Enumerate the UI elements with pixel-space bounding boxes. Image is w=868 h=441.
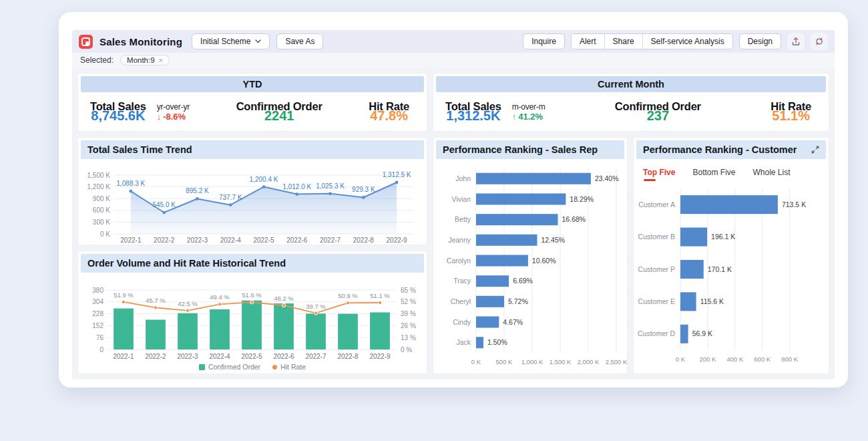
svg-text:52 %: 52 % [401, 298, 416, 305]
kpi-confirmed-order: Confirmed Order237 [615, 101, 701, 123]
toolbar-left: Sales Monitoring Initial Scheme Save As [79, 33, 516, 49]
svg-text:5.72%: 5.72% [508, 297, 528, 305]
svg-text:10.60%: 10.60% [532, 257, 556, 265]
svg-text:Tracy: Tracy [453, 277, 471, 285]
left-column: Total Sales Time Trend 1,500 K1,200 K900… [77, 137, 427, 374]
kpi-yr-over-yr: yr-over-yr↓-8.6% [157, 103, 190, 121]
kpi-value: ↓-8.6% [157, 112, 190, 121]
svg-text:1,025.3 K: 1,025.3 K [316, 182, 345, 190]
svg-text:170.1 K: 170.1 K [708, 265, 732, 273]
legend-swatch-hit-rate [272, 365, 277, 370]
chart-legend: Confirmed OrderHit Rate [78, 360, 427, 374]
svg-text:Betty: Betty [455, 215, 471, 223]
svg-text:1,500 K: 1,500 K [550, 358, 572, 365]
svg-text:26 %: 26 % [401, 322, 416, 329]
panel-title-text: Performance Ranking - Customer [643, 144, 797, 155]
chart-body-combo: 38030422815276065 %52 %39 %26 %13 %0 %20… [78, 275, 427, 360]
panel-title-customer-ranking: Performance Ranking - Customer [636, 140, 826, 159]
svg-text:Customer P: Customer P [638, 265, 675, 273]
svg-text:2022-2: 2022-2 [145, 353, 166, 360]
svg-text:895.2 K: 895.2 K [186, 187, 209, 194]
chart-body-customer: 0 K200 K400 K600 K800 KCustomer A713.5 K… [634, 183, 829, 366]
svg-text:2,500 K: 2,500 K [606, 358, 628, 365]
svg-text:49.4 %: 49.4 % [210, 293, 230, 301]
svg-text:300 K: 300 K [93, 218, 110, 226]
tab-bottom-five[interactable]: Bottom Five [692, 168, 735, 181]
expand-button[interactable] [811, 146, 819, 154]
svg-text:0 K: 0 K [471, 358, 481, 365]
svg-text:Customer A: Customer A [638, 200, 675, 208]
svg-text:2022-4: 2022-4 [209, 353, 230, 360]
customer-tabs: Top FiveBottom FiveWhole List [634, 162, 829, 183]
svg-text:380: 380 [92, 287, 103, 294]
alert-button[interactable]: Alert [572, 34, 604, 49]
svg-text:2022-7: 2022-7 [320, 237, 341, 244]
filter-chip-text: Month:9 [127, 56, 155, 64]
close-icon[interactable]: × [159, 56, 163, 64]
kpi-hit-rate: Hit Rate47.8% [369, 101, 409, 123]
svg-text:228: 228 [92, 310, 103, 317]
panel-title-text: Total Sales Time Trend [87, 144, 192, 155]
app-logo-icon [79, 35, 93, 49]
kpi-panel-ytd: YTDTotal Sales8,745.6Kyr-over-yr↓-8.6%Co… [77, 73, 427, 132]
kpi-delta-value: 41.2% [518, 112, 543, 121]
self-service-analysis-button[interactable]: Self-service Analysis [642, 34, 732, 49]
kpi-value: ↑41.2% [512, 112, 546, 121]
kpi-m-over-m: m-over-m↑41.2% [512, 103, 546, 121]
kpi-value: 1,312.5K [445, 109, 501, 122]
svg-text:51.1 %: 51.1 % [370, 292, 390, 299]
kpi-total-sales: Total Sales1,312.5K [445, 101, 501, 123]
inquire-button[interactable]: Inquire [523, 33, 565, 49]
svg-text:2022-3: 2022-3 [177, 353, 198, 360]
chart-body-line: 1,500 K1,200 K900 K600 K300 K0 K2022-120… [78, 162, 427, 245]
kpi-confirmed-order: Confirmed Order2241 [236, 101, 322, 123]
svg-text:0 K: 0 K [676, 355, 686, 363]
svg-text:51.9 %: 51.9 % [114, 291, 134, 299]
kpi-section-title: Current Month [436, 76, 826, 92]
svg-text:2022-1: 2022-1 [120, 237, 142, 244]
svg-text:Customer B: Customer B [638, 233, 675, 241]
svg-text:1.50%: 1.50% [487, 338, 507, 346]
svg-text:929.3 K: 929.3 K [352, 186, 375, 193]
svg-text:13 %: 13 % [401, 334, 416, 341]
kpi-delta-value: -8.6% [163, 112, 186, 121]
svg-text:56.9 K: 56.9 K [692, 329, 712, 337]
total-sales-trend-chart: 1,500 K1,200 K900 K600 K300 K0 K2022-120… [83, 163, 423, 245]
kpi-group: Total Sales8,745.6Kyr-over-yr↓-8.6% [90, 101, 190, 123]
legend-item-hit-rate: Hit Rate [272, 363, 306, 371]
svg-text:2022-1: 2022-1 [113, 353, 134, 360]
arrow-up-icon: ↑ [512, 112, 517, 121]
svg-text:45.7 %: 45.7 % [146, 297, 166, 304]
refresh-button[interactable] [811, 33, 828, 50]
svg-text:18.29%: 18.29% [570, 195, 594, 203]
kpi-value: 8,745.6K [90, 109, 146, 122]
svg-text:2022-5: 2022-5 [253, 237, 274, 244]
svg-text:76: 76 [96, 334, 104, 341]
save-as-button[interactable]: Save As [276, 33, 323, 49]
export-icon [791, 37, 801, 46]
design-button[interactable]: Design [739, 33, 781, 49]
share-button[interactable]: Share [604, 34, 642, 49]
filter-chip-month[interactable]: Month:9 × [120, 55, 170, 65]
panel-customer-ranking: Performance Ranking - Customer Top FiveB… [633, 137, 829, 374]
svg-text:713.5 K: 713.5 K [782, 200, 806, 208]
panel-total-sales-trend: Total Sales Time Trend 1,500 K1,200 K900… [77, 137, 427, 245]
svg-text:2022-5: 2022-5 [241, 353, 262, 360]
tab-top-five[interactable]: Top Five [643, 168, 675, 181]
tab-whole-list[interactable]: Whole List [752, 168, 790, 181]
svg-text:2022-2: 2022-2 [154, 237, 175, 244]
kpi-label: m-over-m [512, 103, 546, 111]
order-hit-trend-chart: 38030422815276065 %52 %39 %26 %13 %0 %20… [83, 277, 423, 360]
panel-title-text: Order Volume and Hit Rate Historical Tre… [87, 258, 286, 269]
svg-text:200 K: 200 K [699, 355, 716, 363]
kpi-group: Total Sales1,312.5Km-over-m↑41.2% [445, 101, 545, 123]
svg-text:2022-8: 2022-8 [337, 353, 359, 360]
arrow-down-icon: ↓ [157, 112, 162, 121]
svg-text:2022-8: 2022-8 [353, 237, 375, 244]
scheme-select[interactable]: Initial Scheme [192, 33, 270, 49]
export-button[interactable] [787, 33, 805, 50]
svg-text:1,012.0 K: 1,012.0 K [282, 183, 311, 190]
svg-text:196.1 K: 196.1 K [711, 233, 735, 241]
panel-order-hit-trend: Order Volume and Hit Rate Historical Tre… [77, 251, 427, 374]
expand-icon [811, 146, 819, 154]
